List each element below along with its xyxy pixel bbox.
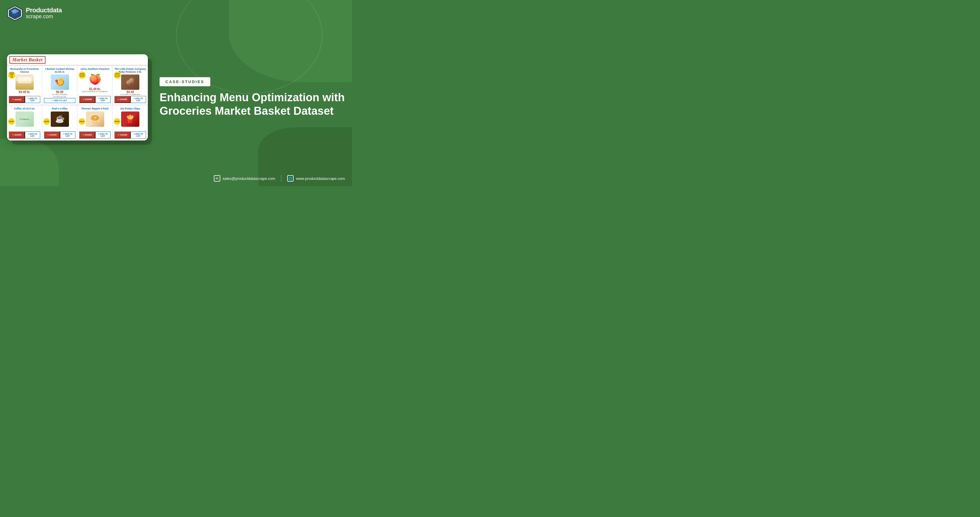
btn-row-organics: ↪ SHARE + ADD TO LIST [9, 132, 40, 138]
product-name-chips: Utz Potato Chips [120, 107, 140, 110]
footer-website-item: 🌐 www.productdatascrape.com [287, 175, 345, 181]
share-button-potatoes[interactable]: ↪ SHARE [115, 96, 130, 103]
btn-row-peets: ↪ SHARE + ADD TO LIST [44, 132, 75, 138]
product-detail-shrimp: LB. BAG, FROZENLB. BAG $12.99 [52, 94, 67, 98]
product-price-potatoes: $4.49 [126, 91, 134, 94]
product-image-shrimp [51, 75, 69, 90]
mockup-container: Market Basket Mozzarella or Provolone Ch… [7, 54, 148, 141]
globe-icon: 🌐 [287, 175, 294, 181]
product-image-peaches [86, 72, 104, 87]
logo-icon [7, 5, 23, 21]
product-image-peets [51, 111, 69, 127]
mockup-window: Market Basket Mozzarella or Provolone Ch… [7, 54, 148, 141]
save-badge-chips: SAVE [114, 118, 120, 125]
add-button-peets[interactable]: + ADD TO LIST [60, 132, 76, 138]
share-button-cheese[interactable]: ↪ SHARE [9, 96, 25, 103]
product-grid-row2: Coffee 10-10.5 oz. O Organics SAVE ↪ SHA… [7, 105, 148, 140]
btn-row-chips: ↪ SHARE + ADD TO LIST [115, 132, 146, 138]
product-price-peaches: $1.49 lb. [89, 87, 100, 91]
save-badge-organics: SAVE [8, 118, 15, 125]
share-button-organics[interactable]: ↪ SHARE [9, 132, 25, 138]
product-cell-bagels: Thomas' Bagels 6 Pack SAVE ↪ SHARE + ADD… [78, 105, 113, 140]
product-cell-chips: Utz Potato Chips SAVE ↪ SHARE + ADD TO L… [113, 105, 148, 140]
btn-row-cheese: ↪ SHARE + ADD TO LIST [9, 96, 40, 103]
product-cell-organics: Coffee 10-10.5 oz. O Organics SAVE ↪ SHA… [7, 105, 42, 140]
product-image-cheese [16, 75, 34, 90]
product-cell-shrimp: t Basket Cooked Shrimp 41-50 ct. $6.99 L… [42, 66, 78, 105]
product-cell-peaches: Juicy Southern Peaches SAVE$1.50 $1.49 l… [78, 66, 113, 105]
add-button-organics[interactable]: + ADD TO LIST [25, 132, 40, 138]
product-detail-peaches: GOOD SOURCE OF VITAMIN A! [82, 91, 108, 93]
product-name-organics: Coffee 10-10.5 oz. [14, 107, 35, 110]
footer-email-item: ✉ sales@productdatascrape.com [214, 175, 275, 181]
main-content: Market Basket Mozzarella or Provolone Ch… [7, 26, 345, 169]
share-button-peets[interactable]: ↪ SHARE [44, 132, 60, 138]
header-logo: Productdata scrape.com [7, 5, 62, 21]
product-image-bagels [86, 111, 104, 127]
email-icon: ✉ [214, 175, 220, 181]
brand-name: Productdata [26, 7, 62, 14]
save-badge-bagels: SAVE [79, 118, 85, 125]
share-icon-cheese: ↪ [12, 98, 14, 101]
btn-row-peaches: ↪ SHARE + ADD TO LIST [79, 96, 111, 103]
footer-website: www.productdatascrape.com [296, 177, 345, 181]
product-grid-row1: Mozzarella or Provolone Cheese SAVE50¢ L… [7, 65, 148, 105]
footer: ✉ sales@productdatascrape.com 🌐 www.prod… [214, 175, 345, 182]
btn-row-shrimp: + ADD TO LIST [44, 98, 75, 103]
main-heading: Enhancing Menu Optimization with Groceri… [159, 91, 345, 118]
share-button-peaches[interactable]: ↪ SHARE [79, 96, 95, 103]
product-cell-peets: Peet's Coffee SAVE ↪ SHARE + ADD TO LIST [42, 105, 78, 140]
add-button-potatoes[interactable]: + ADD TO LIST [130, 96, 146, 103]
product-cell-potatoes: The Little Potato Company Baby Potatoes … [113, 66, 148, 105]
btn-row-potatoes: ↪ SHARE + ADD TO LIST [115, 96, 146, 103]
product-price-cheese: $4.49 lb. [19, 91, 30, 94]
btn-row-bagels: ↪ SHARE + ADD TO LIST [79, 132, 111, 138]
product-cell-cheese: Mozzarella or Provolone Cheese SAVE50¢ L… [7, 66, 42, 105]
mb-header: Market Basket [7, 54, 148, 65]
logo-text: Productdata scrape.com [26, 7, 62, 20]
product-name-shrimp: t Basket Cooked Shrimp 41-50 ct. [44, 67, 75, 73]
add-button-bagels[interactable]: + ADD TO LIST [95, 132, 111, 138]
save-badge-cheese: SAVE50¢ LB [8, 72, 15, 79]
right-content: CASE-STUDIES Enhancing Menu Optimization… [159, 77, 345, 118]
share-button-bagels[interactable]: ↪ SHARE [79, 132, 95, 138]
save-badge-potatoes: SAVE$1.00 [114, 72, 121, 79]
case-studies-badge: CASE-STUDIES [159, 77, 210, 86]
add-button-chips[interactable]: + ADD TO LIST [130, 132, 146, 138]
mb-logo-text: Market Basket [10, 56, 46, 64]
add-button-peaches[interactable]: + ADD TO LIST [95, 96, 111, 103]
add-button-cheese[interactable]: + ADD TO LIST [25, 96, 40, 103]
save-badge-peets: SAVE [43, 118, 50, 125]
case-studies-label: CASE-STUDIES [165, 80, 204, 84]
product-name-peets: Peet's Coffee [52, 107, 68, 110]
add-button-shrimp[interactable]: + ADD TO LIST [44, 98, 75, 103]
share-button-chips[interactable]: ↪ SHARE [115, 132, 130, 138]
product-image-potatoes [121, 75, 139, 90]
footer-email: sales@productdatascrape.com [223, 177, 275, 181]
product-image-chips [121, 111, 139, 127]
save-badge-peaches: SAVE$1.50 [79, 72, 86, 79]
product-name-bagels: Thomas' Bagels 6 Pack [81, 107, 108, 110]
product-name-peaches: Juicy Southern Peaches [80, 67, 109, 70]
product-image-organics: O Organics [16, 111, 34, 127]
product-detail-potatoes: 3 LB. BAG, 3 VARIETIES [120, 94, 140, 96]
brand-domain: scrape.com [26, 14, 62, 20]
product-price-shrimp: $6.99 [56, 91, 64, 94]
